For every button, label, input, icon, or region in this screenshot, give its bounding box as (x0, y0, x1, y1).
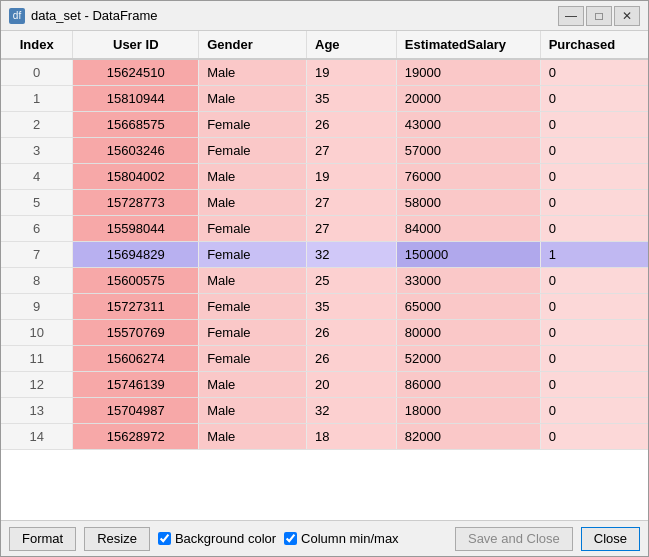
cell-index: 9 (1, 294, 73, 320)
data-table: Index User ID Gender Age EstimatedSalary… (1, 31, 648, 450)
cell-index: 4 (1, 164, 73, 190)
cell-gender: Male (199, 86, 307, 112)
cell-age: 20 (307, 372, 397, 398)
col-minmax-checkbox[interactable] (284, 532, 297, 545)
cell-gender: Male (199, 424, 307, 450)
cell-salary: 58000 (396, 190, 540, 216)
title-bar: df data_set - DataFrame — □ ✕ (1, 1, 648, 31)
cell-purchased: 1 (540, 242, 648, 268)
bg-color-checkbox-label[interactable]: Background color (158, 531, 276, 546)
cell-gender: Male (199, 59, 307, 86)
cell-index: 0 (1, 59, 73, 86)
cell-index: 3 (1, 138, 73, 164)
cell-salary: 150000 (396, 242, 540, 268)
cell-salary: 43000 (396, 112, 540, 138)
format-button[interactable]: Format (9, 527, 76, 551)
cell-age: 32 (307, 242, 397, 268)
cell-index: 2 (1, 112, 73, 138)
cell-purchased: 0 (540, 424, 648, 450)
cell-gender: Female (199, 346, 307, 372)
cell-salary: 80000 (396, 320, 540, 346)
cell-userid: 15746139 (73, 372, 199, 398)
table-row: 12 15746139 Male 20 86000 0 (1, 372, 648, 398)
title-bar-left: df data_set - DataFrame (9, 8, 157, 24)
table-row: 1 15810944 Male 35 20000 0 (1, 86, 648, 112)
cell-purchased: 0 (540, 164, 648, 190)
cell-gender: Male (199, 372, 307, 398)
window-title: data_set - DataFrame (31, 8, 157, 23)
cell-age: 32 (307, 398, 397, 424)
table-row: 3 15603246 Female 27 57000 0 (1, 138, 648, 164)
cell-gender: Female (199, 242, 307, 268)
cell-salary: 20000 (396, 86, 540, 112)
table-row: 0 15624510 Male 19 19000 0 (1, 59, 648, 86)
window-close-button[interactable]: ✕ (614, 6, 640, 26)
col-header-index: Index (1, 31, 73, 59)
cell-index: 13 (1, 398, 73, 424)
cell-index: 5 (1, 190, 73, 216)
bg-color-checkbox[interactable] (158, 532, 171, 545)
title-bar-buttons: — □ ✕ (558, 6, 640, 26)
cell-age: 26 (307, 346, 397, 372)
table-row: 5 15728773 Male 27 58000 0 (1, 190, 648, 216)
cell-index: 8 (1, 268, 73, 294)
table-header-row: Index User ID Gender Age EstimatedSalary… (1, 31, 648, 59)
app-icon: df (9, 8, 25, 24)
save-close-button[interactable]: Save and Close (455, 527, 573, 551)
cell-userid: 15603246 (73, 138, 199, 164)
cell-age: 27 (307, 138, 397, 164)
table-body: 0 15624510 Male 19 19000 0 1 15810944 Ma… (1, 59, 648, 450)
cell-userid: 15704987 (73, 398, 199, 424)
main-window: df data_set - DataFrame — □ ✕ Index User… (0, 0, 649, 557)
maximize-button[interactable]: □ (586, 6, 612, 26)
table-row: 4 15804002 Male 19 76000 0 (1, 164, 648, 190)
col-header-salary: EstimatedSalary (396, 31, 540, 59)
cell-salary: 57000 (396, 138, 540, 164)
cell-gender: Male (199, 268, 307, 294)
cell-userid: 15728773 (73, 190, 199, 216)
cell-userid: 15600575 (73, 268, 199, 294)
cell-salary: 19000 (396, 59, 540, 86)
cell-purchased: 0 (540, 59, 648, 86)
table-row: 8 15600575 Male 25 33000 0 (1, 268, 648, 294)
cell-gender: Female (199, 216, 307, 242)
cell-purchased: 0 (540, 268, 648, 294)
cell-userid: 15694829 (73, 242, 199, 268)
cell-purchased: 0 (540, 216, 648, 242)
cell-index: 12 (1, 372, 73, 398)
cell-userid: 15727311 (73, 294, 199, 320)
col-header-purchased: Purchased (540, 31, 648, 59)
col-minmax-checkbox-label[interactable]: Column min/max (284, 531, 399, 546)
cell-index: 10 (1, 320, 73, 346)
cell-userid: 15668575 (73, 112, 199, 138)
bottom-bar: Format Resize Background color Column mi… (1, 520, 648, 556)
cell-index: 14 (1, 424, 73, 450)
cell-userid: 15804002 (73, 164, 199, 190)
table-row: 6 15598044 Female 27 84000 0 (1, 216, 648, 242)
cell-age: 19 (307, 59, 397, 86)
cell-userid: 15628972 (73, 424, 199, 450)
cell-index: 11 (1, 346, 73, 372)
resize-button[interactable]: Resize (84, 527, 150, 551)
cell-age: 27 (307, 216, 397, 242)
cell-index: 6 (1, 216, 73, 242)
cell-salary: 33000 (396, 268, 540, 294)
cell-index: 1 (1, 86, 73, 112)
col-header-gender: Gender (199, 31, 307, 59)
cell-userid: 15606274 (73, 346, 199, 372)
table-row: 9 15727311 Female 35 65000 0 (1, 294, 648, 320)
cell-userid: 15598044 (73, 216, 199, 242)
cell-userid: 15570769 (73, 320, 199, 346)
close-button[interactable]: Close (581, 527, 640, 551)
cell-salary: 82000 (396, 424, 540, 450)
cell-age: 26 (307, 112, 397, 138)
minimize-button[interactable]: — (558, 6, 584, 26)
cell-purchased: 0 (540, 346, 648, 372)
cell-purchased: 0 (540, 372, 648, 398)
cell-gender: Female (199, 112, 307, 138)
cell-purchased: 0 (540, 398, 648, 424)
cell-purchased: 0 (540, 294, 648, 320)
table-container: Index User ID Gender Age EstimatedSalary… (1, 31, 648, 520)
table-row: 2 15668575 Female 26 43000 0 (1, 112, 648, 138)
cell-purchased: 0 (540, 190, 648, 216)
